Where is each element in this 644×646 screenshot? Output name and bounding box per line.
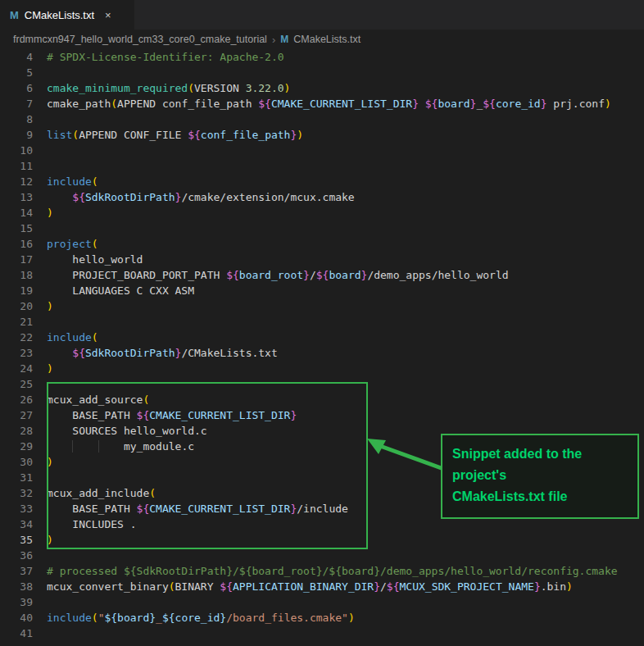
line-number: 30	[0, 454, 47, 470]
code-line[interactable]: 8	[0, 111, 644, 127]
code-line-text: # SPDX-License-Identifier: Apache-2.0	[47, 49, 284, 65]
code-line[interactable]: 4# SPDX-License-Identifier: Apache-2.0	[0, 49, 644, 65]
code-line[interactable]: 7cmake_path(APPEND conf_file_path ${CMAK…	[0, 96, 644, 111]
line-number: 37	[0, 563, 47, 579]
code-line-text: )	[47, 454, 53, 470]
line-number: 34	[0, 516, 47, 532]
code-lines: 4# SPDX-License-Identifier: Apache-2.056…	[0, 49, 644, 641]
code-line[interactable]: 41	[0, 626, 644, 641]
code-line[interactable]: 40include("${board}_${core_id}/board_fil…	[0, 610, 644, 626]
code-line[interactable]: 35)	[0, 532, 644, 548]
code-line[interactable]: 23 ${SdkRootDirPath}/CMakeLists.txt	[0, 345, 644, 361]
code-line-text: project(	[47, 236, 98, 252]
line-number: 14	[0, 205, 47, 221]
code-line-text: hello_world	[47, 252, 143, 267]
line-number: 22	[0, 330, 47, 345]
line-number: 26	[0, 392, 47, 407]
line-number: 17	[0, 252, 47, 267]
code-line[interactable]: 6cmake_minimum_required(VERSION 3.22.0)	[0, 80, 644, 96]
code-line-text: ${SdkRootDirPath}/cmake/extension/mcux.c…	[47, 189, 355, 205]
line-number: 41	[0, 626, 47, 641]
code-line-text: INCLUDES .	[47, 516, 137, 532]
line-number: 18	[0, 267, 47, 283]
code-line[interactable]: 16project(	[0, 236, 644, 252]
vscode-window: M CMakeLists.txt × frdmmcxn947_hello_wor…	[0, 0, 644, 646]
line-number: 15	[0, 221, 47, 236]
code-line-text: )	[47, 298, 53, 314]
code-line-text: cmake_path(APPEND conf_file_path ${CMAKE…	[47, 96, 611, 111]
tab-cmakelists[interactable]: M CMakeLists.txt ×	[0, 0, 134, 30]
code-line[interactable]: 26mcux_add_source(	[0, 392, 644, 407]
code-line[interactable]: 18 PROJECT_BOARD_PORT_PATH ${board_root}…	[0, 267, 644, 283]
line-number: 32	[0, 485, 47, 501]
annotation-callout: Snippet added to the project's CMakeList…	[441, 434, 639, 519]
chevron-right-icon: ›	[272, 34, 275, 46]
line-number: 25	[0, 376, 47, 392]
code-line[interactable]: 5	[0, 65, 644, 80]
code-line-text: include(	[47, 330, 98, 345]
code-line[interactable]: 17 hello_world	[0, 252, 644, 267]
code-line[interactable]: 22include(	[0, 330, 644, 345]
code-line-text: PROJECT_BOARD_PORT_PATH ${board_root}/${…	[47, 267, 509, 283]
line-number: 23	[0, 345, 47, 361]
line-number: 20	[0, 298, 47, 314]
code-line[interactable]: 39	[0, 594, 644, 610]
code-line[interactable]: 14)	[0, 205, 644, 221]
line-number: 7	[0, 96, 47, 111]
callout-line: CMakeLists.txt file	[452, 486, 628, 507]
code-line[interactable]: 36	[0, 548, 644, 563]
breadcrumb-file[interactable]: CMakeLists.txt	[293, 34, 361, 45]
code-line[interactable]: 19 LANGUAGES C CXX ASM	[0, 283, 644, 298]
tab-label: CMakeLists.txt	[25, 9, 94, 21]
cmake-file-icon: M	[10, 9, 19, 21]
line-number: 36	[0, 548, 47, 563]
code-line-text: ${SdkRootDirPath}/CMakeLists.txt	[47, 345, 278, 361]
line-number: 31	[0, 470, 47, 485]
code-line[interactable]: 24)	[0, 361, 644, 376]
line-number: 13	[0, 189, 47, 205]
line-number: 5	[0, 65, 47, 80]
code-line[interactable]: 12include(	[0, 174, 644, 189]
code-line-text: include("${board}_${core_id}/board_files…	[47, 610, 355, 626]
line-number: 16	[0, 236, 47, 252]
code-line[interactable]: 20)	[0, 298, 644, 314]
code-line[interactable]: 27 BASE_PATH ${CMAKE_CURRENT_LIST_DIR}	[0, 407, 644, 423]
line-number: 12	[0, 174, 47, 189]
code-line[interactable]: 38mcux_convert_binary(BINARY ${APPLICATI…	[0, 579, 644, 594]
code-editor[interactable]: 4# SPDX-License-Identifier: Apache-2.056…	[0, 49, 644, 646]
line-number: 9	[0, 127, 47, 143]
breadcrumb-folder[interactable]: frdmmcxn947_hello_world_cm33_core0_cmake…	[13, 34, 267, 45]
close-icon[interactable]: ×	[105, 9, 111, 21]
code-line-text: # processed ${SdkRootDirPath}/${board_ro…	[47, 563, 618, 579]
code-line[interactable]: 37# processed ${SdkRootDirPath}/${board_…	[0, 563, 644, 579]
code-line[interactable]: 25	[0, 376, 644, 392]
line-number: 38	[0, 579, 47, 594]
code-line[interactable]: 15	[0, 221, 644, 236]
code-line-text: LANGUAGES C CXX ASM	[47, 283, 194, 298]
code-line[interactable]: 10	[0, 143, 644, 158]
code-line-text: )	[47, 205, 53, 221]
line-number: 6	[0, 80, 47, 96]
code-line-text: my_module.c	[47, 439, 194, 454]
code-line-text: BASE_PATH ${CMAKE_CURRENT_LIST_DIR}	[47, 407, 297, 423]
line-number: 35	[0, 532, 47, 548]
code-line-text: include(	[47, 174, 98, 189]
line-number: 19	[0, 283, 47, 298]
code-line-text: list(APPEND CONF_FILE ${conf_file_path})	[47, 127, 303, 143]
code-line-text: )	[47, 532, 53, 548]
code-line-text: BASE_PATH ${CMAKE_CURRENT_LIST_DIR}/incl…	[47, 501, 348, 516]
line-number: 29	[0, 439, 47, 454]
callout-line: Snippet added to the	[452, 444, 628, 465]
code-line-text: mcux_convert_binary(BINARY ${APPLICATION…	[47, 579, 573, 594]
tab-bar: M CMakeLists.txt ×	[0, 0, 644, 30]
code-line[interactable]: 21	[0, 314, 644, 330]
code-line-text: cmake_minimum_required(VERSION 3.22.0)	[47, 80, 290, 96]
code-line[interactable]: 11	[0, 158, 644, 174]
line-number: 39	[0, 594, 47, 610]
code-line[interactable]: 9list(APPEND CONF_FILE ${conf_file_path}…	[0, 127, 644, 143]
code-line-text: mcux_add_source(	[47, 392, 149, 407]
cmake-file-icon: M	[280, 34, 288, 45]
code-line[interactable]: 13 ${SdkRootDirPath}/cmake/extension/mcu…	[0, 189, 644, 205]
line-number: 8	[0, 111, 47, 127]
line-number: 28	[0, 423, 47, 439]
